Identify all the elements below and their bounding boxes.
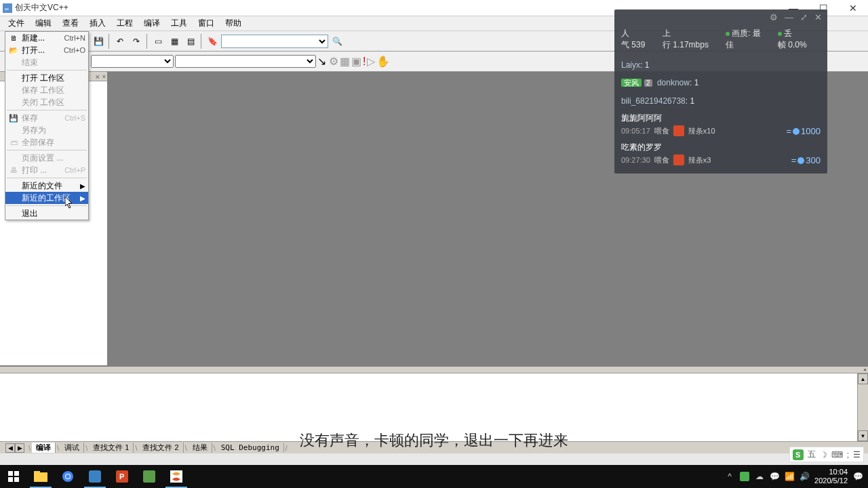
- tray-network-icon[interactable]: 📶: [785, 472, 794, 481]
- save-icon[interactable]: 💾: [91, 34, 106, 49]
- submenu-arrow-icon: ▶: [80, 195, 85, 202]
- ime-extra1[interactable]: ☽: [820, 450, 827, 460]
- gift-action: 喂食: [654, 126, 669, 136]
- find-icon[interactable]: 🔖: [205, 34, 220, 49]
- undo-icon[interactable]: ↶: [113, 34, 127, 49]
- menu-save-workspace: 保存 工作区: [5, 84, 88, 96]
- svg-rect-11: [89, 470, 101, 483]
- menu-open-workspace[interactable]: 打开 工作区: [5, 72, 88, 84]
- chat-user: donknow: [657, 78, 690, 87]
- submenu-arrow-icon: ▶: [80, 182, 85, 190]
- menu-view[interactable]: 查看: [57, 16, 84, 30]
- overlay-stats: 人气 539 上行 1.17mbps 画质: 最佳 丢帧 0.0%: [614, 25, 827, 56]
- gift-icon: [673, 125, 684, 136]
- streaming-overlay: ⚙ — ⤢ ✕ 人气 539 上行 1.17mbps 画质: 最佳 丢帧 0.0…: [614, 9, 827, 174]
- menu-build[interactable]: 编译: [138, 16, 165, 30]
- tray-volume-icon[interactable]: 🔊: [800, 472, 809, 481]
- new-file-icon: 🗎: [8, 33, 19, 43]
- overlay-expand-icon[interactable]: ⤢: [800, 12, 808, 22]
- menu-project[interactable]: 工程: [111, 16, 138, 30]
- scroll-up-icon[interactable]: ▲: [858, 373, 868, 384]
- print-icon: 🖶: [8, 165, 19, 176]
- taskbar-powerpoint[interactable]: P: [108, 465, 136, 488]
- ime-extra4[interactable]: ☰: [853, 450, 861, 460]
- svg-rect-2: [8, 471, 13, 476]
- stat-quality-label: 画质:: [732, 28, 750, 38]
- menu-edit[interactable]: 编辑: [30, 16, 57, 30]
- menu-exit[interactable]: 退出: [5, 207, 88, 220]
- window-list-icon[interactable]: ▭: [151, 34, 165, 49]
- taskbar: P ^ ☁ 💬 📶 🔊 10:04 2020/5/12 💬: [0, 465, 868, 488]
- menu-file[interactable]: 文件: [3, 16, 30, 30]
- member-combo[interactable]: [175, 55, 316, 68]
- breakpoint-icon[interactable]: ✋: [376, 55, 390, 68]
- stat-pop-value: 539: [631, 40, 645, 49]
- ime-extra2[interactable]: ⌨: [831, 450, 843, 460]
- gift-user: 旎旎阿阿阿: [621, 113, 821, 124]
- stop-build-icon[interactable]: ▣: [351, 55, 361, 68]
- taskbar-clock[interactable]: 10:04 2020/5/12: [814, 468, 848, 485]
- ime-extra3[interactable]: ;: [847, 450, 849, 460]
- menu-window[interactable]: 窗口: [193, 16, 220, 30]
- taskbar-explorer[interactable]: [27, 465, 54, 488]
- video-subtitle: 没有声音，卡顿的同学，退出一下再进来: [0, 430, 868, 451]
- tray-notifications-icon[interactable]: 💬: [853, 472, 863, 481]
- stat-drop-value: 0.0%: [788, 40, 806, 49]
- taskbar-app1[interactable]: [81, 465, 108, 488]
- system-tray: ^ ☁ 💬 📶 🔊 10:04 2020/5/12 💬: [719, 468, 868, 485]
- menu-tools[interactable]: 工具: [165, 16, 193, 30]
- gift-time: 09:05:17: [621, 127, 650, 135]
- goto-icon[interactable]: ↘: [317, 55, 326, 68]
- execute-icon[interactable]: !: [363, 56, 366, 68]
- saveall-icon: 🗃: [8, 137, 19, 148]
- tray-cloud-icon[interactable]: ☁: [755, 472, 764, 481]
- close-button[interactable]: ✕: [838, 0, 868, 16]
- menu-help[interactable]: 帮助: [220, 16, 247, 30]
- menu-open[interactable]: 📂 打开... Ctrl+O: [5, 44, 88, 56]
- chat-message: 安风2 donknow: 1: [614, 74, 827, 92]
- start-button[interactable]: [0, 465, 27, 488]
- menu-save: 💾 保存 Ctrl+S: [5, 112, 88, 124]
- taskbar-chrome[interactable]: [54, 465, 81, 488]
- tray-ime-icon[interactable]: [740, 472, 749, 481]
- go-icon[interactable]: ▷: [367, 55, 375, 68]
- cascade-icon[interactable]: ▤: [183, 34, 198, 49]
- taskbar-vc[interactable]: [163, 465, 190, 488]
- tile-icon[interactable]: ▦: [167, 34, 182, 49]
- output-panel-header[interactable]: ×: [0, 367, 868, 373]
- stat-up-value: 1.17mbps: [673, 40, 709, 49]
- menu-recent-files[interactable]: 新近的文件 ▶: [5, 180, 88, 192]
- menu-new[interactable]: 🗎 新建... Ctrl+N: [5, 32, 88, 44]
- menu-print: 🖶 打印 ... Ctrl+P: [5, 164, 88, 176]
- menu-recent-workspaces[interactable]: 新近的工作区 ▶: [5, 192, 88, 204]
- gift-item: 辣条x3: [688, 155, 711, 165]
- gift-event: 旎旎阿阿阿 09:05:17 喂食 辣条x10 =1000: [614, 110, 827, 139]
- chat-message: Laiyx: 1: [614, 56, 827, 74]
- overlay-minimize-icon[interactable]: —: [785, 12, 793, 22]
- tray-wechat-icon[interactable]: 💬: [770, 472, 779, 481]
- search-icon[interactable]: 🔍: [330, 34, 344, 49]
- gift-user: 吃素的罗罗: [621, 142, 821, 153]
- menu-insert[interactable]: 插入: [84, 16, 111, 30]
- gift-value: =1000: [786, 126, 821, 136]
- open-file-icon: 📂: [8, 45, 19, 56]
- svg-point-10: [66, 474, 70, 479]
- gift-time: 09:27:30: [621, 156, 650, 164]
- overlay-settings-icon[interactable]: ⚙: [770, 12, 778, 22]
- svg-rect-5: [14, 477, 19, 482]
- tray-up-icon[interactable]: ^: [725, 472, 734, 481]
- svg-text:P: P: [119, 472, 124, 481]
- chat-level: 2: [644, 79, 652, 87]
- gift-item: 辣条x10: [688, 126, 715, 136]
- taskbar-app2[interactable]: [136, 465, 163, 488]
- chat-user: Laiyx: [621, 60, 640, 70]
- find-combo[interactable]: [221, 35, 328, 48]
- overlay-close-icon[interactable]: ✕: [814, 12, 822, 22]
- gift-icon: [673, 155, 684, 165]
- svg-text:∞: ∞: [5, 5, 9, 12]
- clock-time: 10:04: [814, 468, 848, 476]
- class-combo[interactable]: [91, 55, 174, 68]
- build-icon[interactable]: ▦: [340, 55, 350, 68]
- compile-icon[interactable]: ⚙: [329, 55, 338, 68]
- redo-icon[interactable]: ↷: [129, 34, 144, 49]
